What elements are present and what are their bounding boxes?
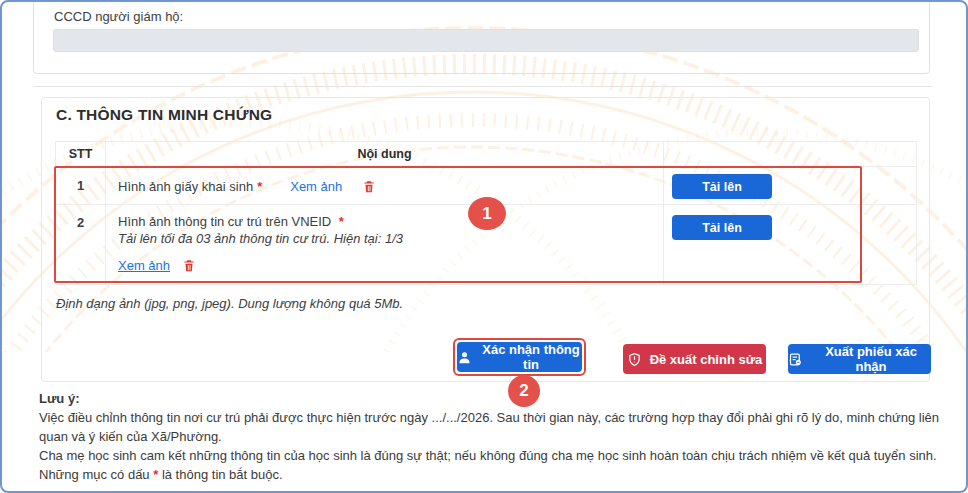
row2-upload-button[interactable]: Tải lên	[672, 215, 772, 240]
note-line-required: Những mục có dấu * là thông tin bắt buộc…	[39, 465, 951, 484]
row2-label: Hình ảnh thông tin cư trú trên VNEID	[118, 214, 331, 229]
required-asterisk: *	[339, 214, 344, 229]
section-title: C. THÔNG TIN MINH CHỨNG	[56, 106, 272, 124]
evidence-section: C. THÔNG TIN MINH CHỨNG STT Nội dung 1 H…	[41, 97, 930, 382]
trash-icon[interactable]	[362, 179, 376, 194]
row2-actions: Tải lên	[664, 205, 916, 284]
row1-stt: 1	[56, 167, 106, 205]
note-line-residence: Việc điều chỉnh thông tin nơi cư trú phả…	[39, 408, 951, 446]
export-confirmation-label: Xuất phiếu xác nhận	[811, 344, 931, 374]
propose-edit-button[interactable]: Đề xuất chỉnh sửa	[623, 344, 766, 374]
annotation-outline-step2: Xác nhận thông tin	[453, 338, 586, 376]
row2-upload-hint: Tải lên tối đa 03 ảnh thông tin cư trú. …	[118, 231, 651, 246]
section-divider	[33, 86, 933, 87]
footer-notes: Lưu ý: Việc điều chỉnh thông tin nơi cư …	[39, 389, 951, 484]
shield-exclamation-icon	[627, 352, 642, 367]
image-format-note: Định dạng ảnh (jpg, png, jpeg). Dung lượ…	[56, 296, 403, 311]
confirm-info-label: Xác nhận thông tin	[480, 342, 582, 372]
note-line-commitment: Cha mẹ học sinh cam kết những thông tin …	[39, 446, 951, 465]
export-confirmation-button[interactable]: Xuất phiếu xác nhận	[788, 344, 931, 374]
col-header-actions	[664, 142, 916, 167]
trash-icon[interactable]	[182, 258, 196, 273]
col-header-stt: STT	[56, 142, 106, 167]
evidence-table: STT Nội dung 1 Hình ảnh giấy khai sinh *…	[55, 141, 917, 285]
row2-view-image-link[interactable]: Xem ảnh	[118, 258, 170, 273]
row2-stt: 2	[56, 205, 106, 284]
row1-actions: Tải lên	[664, 167, 916, 205]
guardian-section: CCCD người giám hộ:	[33, 0, 930, 74]
row1-upload-button[interactable]: Tải lên	[672, 174, 772, 199]
required-asterisk: *	[257, 179, 262, 194]
user-icon	[457, 350, 472, 365]
row1-content: Hình ảnh giấy khai sinh * Xem ảnh	[106, 167, 664, 205]
confirm-info-button[interactable]: Xác nhận thông tin	[457, 342, 582, 372]
col-header-content: Nội dung	[106, 142, 664, 167]
propose-edit-label: Đề xuất chỉnh sửa	[650, 352, 763, 367]
export-document-icon	[788, 352, 803, 367]
row2-content: Hình ảnh thông tin cư trú trên VNEID * T…	[106, 205, 664, 284]
page: CCCD người giám hộ: C. THÔNG TIN MINH CH…	[0, 0, 968, 493]
guardian-cccd-label: CCCD người giám hộ:	[54, 9, 183, 24]
guardian-cccd-input[interactable]	[53, 29, 919, 52]
row1-view-image-link[interactable]: Xem ảnh	[290, 179, 342, 194]
notes-title: Lưu ý:	[39, 389, 951, 408]
row1-label: Hình ảnh giấy khai sinh	[118, 179, 253, 194]
